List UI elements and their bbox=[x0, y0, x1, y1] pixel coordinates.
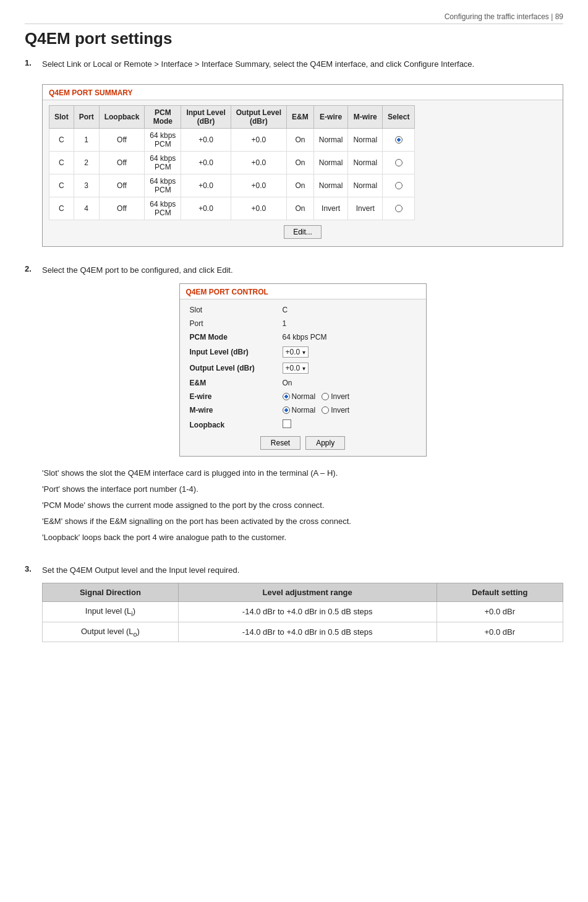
mwire-normal-label[interactable]: Normal bbox=[283, 406, 316, 414]
input-level-row: Input Level (dBr) +0.0 ▾ bbox=[190, 346, 416, 358]
input-level-selected: +0.0 bbox=[286, 348, 300, 356]
summary-cell-1-6: On bbox=[287, 151, 314, 174]
signal-cell-0-range: -14.0 dBr to +4.0 dBr in 0.5 dB steps bbox=[178, 601, 437, 622]
ewire-invert-radio[interactable] bbox=[322, 393, 329, 400]
col-output: Output Level(dBr) bbox=[231, 105, 286, 128]
summary-cell-3-7: Invert bbox=[313, 197, 348, 220]
sig-col-direction: Signal Direction bbox=[43, 583, 179, 601]
desc-4: 'Loopback' loops back the port 4 wire an… bbox=[42, 531, 563, 544]
summary-select-3[interactable] bbox=[383, 197, 415, 220]
page-header: Configuring the traffic interfaces | 89 bbox=[25, 12, 563, 24]
summary-cell-1-4: +0.0 bbox=[181, 151, 231, 174]
mwire-invert-text: Invert bbox=[331, 406, 349, 414]
ewire-normal-radio[interactable] bbox=[283, 393, 290, 400]
summary-row-0: C1Off64 kbpsPCM+0.0+0.0OnNormalNormal bbox=[49, 128, 415, 151]
step-2-num: 2. bbox=[25, 264, 37, 554]
mwire-normal-text: Normal bbox=[292, 406, 316, 414]
output-level-dropdown-icon[interactable]: ▾ bbox=[302, 365, 305, 372]
summary-cell-0-5: +0.0 bbox=[231, 128, 286, 151]
sig-col-range: Level adjustment range bbox=[178, 583, 437, 601]
summary-cell-3-4: +0.0 bbox=[181, 197, 231, 220]
summary-select-2[interactable] bbox=[383, 174, 415, 197]
step-3-text: Set the Q4EM Output level and the Input … bbox=[42, 564, 563, 577]
input-level-dropdown-icon[interactable]: ▾ bbox=[302, 349, 305, 356]
signal-cell-0-direction: Input level (Li) bbox=[43, 601, 179, 622]
select-radio-empty-1[interactable] bbox=[395, 159, 403, 166]
summary-cell-3-3: 64 kbpsPCM bbox=[145, 197, 181, 220]
summary-row-1: C2Off64 kbpsPCM+0.0+0.0OnNormalNormal bbox=[49, 151, 415, 174]
summary-select-0[interactable] bbox=[383, 128, 415, 151]
col-slot: Slot bbox=[49, 105, 74, 128]
summary-cell-2-6: On bbox=[287, 174, 314, 197]
mwire-invert-radio[interactable] bbox=[322, 406, 329, 414]
summary-cell-1-5: +0.0 bbox=[231, 151, 286, 174]
step-3: 3. Set the Q4EM Output level and the Inp… bbox=[25, 564, 563, 642]
ewire-row: E-wire Normal Invert bbox=[190, 392, 416, 401]
signal-cell-1-default: +0.0 dBr bbox=[437, 622, 563, 642]
pcm-label: PCM Mode bbox=[190, 333, 283, 341]
summary-cell-0-4: +0.0 bbox=[181, 128, 231, 151]
edit-btn-row: Edit... bbox=[49, 225, 556, 239]
summary-table: Slot Port Loopback PCMMode Input Level(d… bbox=[49, 105, 415, 220]
summary-cell-2-3: 64 kbpsPCM bbox=[145, 174, 181, 197]
output-level-select[interactable]: +0.0 ▾ bbox=[283, 363, 309, 374]
em-label: E&M bbox=[190, 379, 283, 387]
loopback-label: Loopback bbox=[190, 421, 283, 429]
port-label: Port bbox=[190, 319, 283, 328]
summary-cell-0-8: Normal bbox=[348, 128, 383, 151]
step-2-content: Select the Q4EM port to be configured, a… bbox=[42, 264, 563, 554]
summary-select-1[interactable] bbox=[383, 151, 415, 174]
signal-row-0: Input level (Li)-14.0 dBr to +4.0 dBr in… bbox=[43, 601, 563, 622]
select-radio-empty-3[interactable] bbox=[395, 205, 403, 212]
slot-row: Slot C bbox=[190, 306, 416, 314]
loopback-value bbox=[283, 419, 416, 430]
mwire-value: Normal Invert bbox=[283, 406, 416, 414]
col-port: Port bbox=[74, 105, 99, 128]
summary-cell-3-8: Invert bbox=[348, 197, 383, 220]
edit-button[interactable]: Edit... bbox=[284, 225, 322, 239]
signal-table: Signal Direction Level adjustment range … bbox=[42, 583, 563, 642]
summary-cell-2-7: Normal bbox=[313, 174, 348, 197]
summary-cell-0-1: 1 bbox=[74, 128, 99, 151]
step-2-text: Select the Q4EM port to be configured, a… bbox=[42, 264, 563, 277]
input-level-label: Input Level (dBr) bbox=[190, 348, 283, 356]
summary-cell-0-6: On bbox=[287, 128, 314, 151]
header-text: Configuring the traffic interfaces | 89 bbox=[445, 12, 563, 21]
desc-2: 'PCM Mode' shows the current mode assign… bbox=[42, 499, 563, 512]
select-radio-empty-2[interactable] bbox=[395, 182, 403, 189]
port-control-title: Q4EM PORT CONTROL bbox=[180, 284, 426, 299]
summary-cell-3-2: Off bbox=[99, 197, 145, 220]
mwire-radio-group: Normal Invert bbox=[283, 406, 416, 414]
signal-row-1: Output level (Lo)-14.0 dBr to +4.0 dBr i… bbox=[43, 622, 563, 642]
mwire-invert-label[interactable]: Invert bbox=[322, 406, 349, 414]
port-control-body: Slot C Port 1 PCM Mode 64 kbps PCM Input… bbox=[180, 299, 426, 456]
ewire-invert-label[interactable]: Invert bbox=[322, 392, 349, 401]
desc-0: 'Slot' shows the slot the Q4EM interface… bbox=[42, 466, 563, 480]
input-level-value[interactable]: +0.0 ▾ bbox=[283, 346, 416, 358]
summary-cell-0-7: Normal bbox=[313, 128, 348, 151]
step-1-content: Select Link or Local or Remote > Interfa… bbox=[42, 58, 563, 253]
col-em: E&M bbox=[287, 105, 314, 128]
mwire-row: M-wire Normal Invert bbox=[190, 406, 416, 414]
summary-cell-3-6: On bbox=[287, 197, 314, 220]
ewire-label: E-wire bbox=[190, 392, 283, 401]
slot-value: C bbox=[283, 306, 416, 314]
output-level-value[interactable]: +0.0 ▾ bbox=[283, 363, 416, 374]
reset-button[interactable]: Reset bbox=[260, 436, 300, 450]
signal-cell-1-range: -14.0 dBr to +4.0 dBr in 0.5 dB steps bbox=[178, 622, 437, 642]
ewire-normal-text: Normal bbox=[292, 392, 316, 401]
summary-row-2: C3Off64 kbpsPCM+0.0+0.0OnNormalNormal bbox=[49, 174, 415, 197]
select-radio-filled-0[interactable] bbox=[395, 136, 403, 144]
step-3-content: Set the Q4EM Output level and the Input … bbox=[42, 564, 563, 642]
input-level-select[interactable]: +0.0 ▾ bbox=[283, 346, 309, 358]
summary-cell-3-1: 4 bbox=[74, 197, 99, 220]
ewire-radio-group: Normal Invert bbox=[283, 392, 416, 401]
apply-button[interactable]: Apply bbox=[305, 436, 345, 450]
summary-cell-2-1: 3 bbox=[74, 174, 99, 197]
loopback-checkbox[interactable] bbox=[283, 419, 291, 428]
ewire-normal-label[interactable]: Normal bbox=[283, 392, 316, 401]
mwire-normal-radio[interactable] bbox=[283, 406, 290, 414]
signal-cell-1-direction: Output level (Lo) bbox=[43, 622, 179, 642]
summary-cell-2-4: +0.0 bbox=[181, 174, 231, 197]
summary-cell-2-8: Normal bbox=[348, 174, 383, 197]
